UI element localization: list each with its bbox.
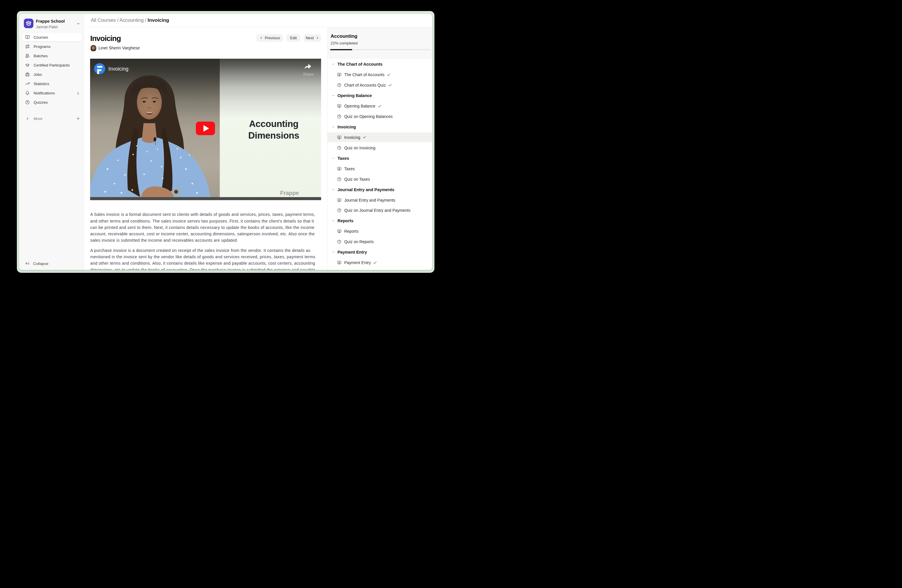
svg-text:Invoicing: Invoicing xyxy=(108,66,128,72)
svg-text:Frappe: Frappe xyxy=(280,190,299,196)
svg-text:Share: Share xyxy=(303,72,313,77)
svg-text:Accounting: Accounting xyxy=(249,119,298,129)
svg-text:Dimensions: Dimensions xyxy=(248,130,299,141)
